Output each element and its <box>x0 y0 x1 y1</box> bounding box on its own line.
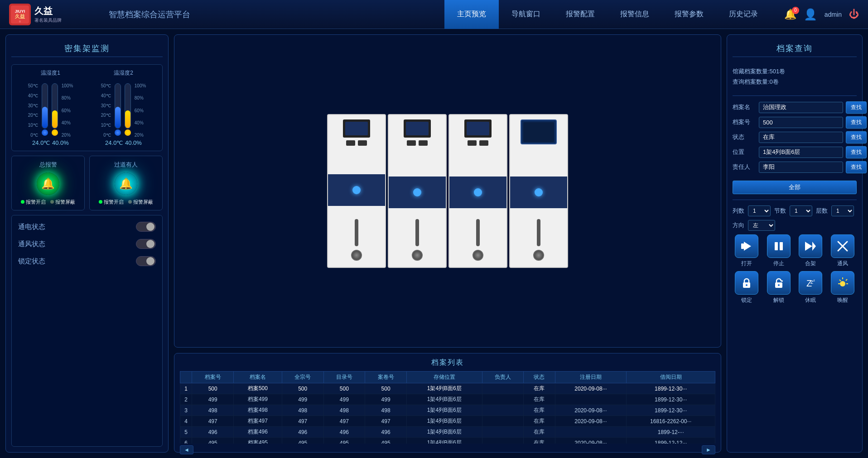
action-label-open: 打开 <box>741 260 752 267</box>
action-btn-open[interactable]: 打开 <box>733 234 761 267</box>
svg-point-17 <box>778 284 780 286</box>
therm2-temp <box>115 83 121 138</box>
query-row-3: 位置 查找 <box>733 146 857 158</box>
archive-table: 档案号 档案名 全宗号 目录号 案卷号 存储位置 负责人 状态 注册日期 借阅日… <box>180 371 715 444</box>
svg-point-15 <box>746 284 747 286</box>
svg-rect-7 <box>775 242 778 250</box>
table-row[interactable]: 2 499 档案499 499 499 499 1架4列B面6层 在库 1899… <box>180 394 715 405</box>
left-panel: 密集架监测 温湿度1 50℃ 40℃ 30℃ 20℃ 10℃ 0℃ <box>5 34 169 453</box>
cabinet-screen-2 <box>404 119 431 138</box>
table-row[interactable]: 4 497 档案497 497 497 497 1架4列B面6层 在库 2020… <box>180 416 715 427</box>
archive-table-scroll[interactable]: 档案号 档案名 全宗号 目录号 案卷号 存储位置 负责人 状态 注册日期 借阅日… <box>180 371 715 444</box>
temp1-value: 24.0℃ 40.0% <box>32 139 69 146</box>
alarm-passage-title: 过道有人 <box>114 161 138 169</box>
temp2-scale: 50℃ 40℃ 30℃ 20℃ 10℃ 0℃ <box>101 83 111 138</box>
right-panel-title: 档案查询 <box>733 40 857 57</box>
action-btn-unlock[interactable]: 解锁 <box>765 271 793 304</box>
nav-item-history[interactable]: 历史记录 <box>716 0 771 29</box>
action-btn-lock[interactable]: 锁定 <box>733 271 761 304</box>
alert-section: 总报警 🔔 报警开启 报警屏蔽 过道有人 🔔 报警开启 报警屏蔽 <box>11 156 163 210</box>
temp-gauge-2: 温湿度2 50℃ 40℃ 30℃ 20℃ 10℃ 0℃ <box>89 69 158 146</box>
direction-label: 方向 <box>733 221 744 229</box>
bell-icon[interactable]: 🔔 0 <box>784 9 796 20</box>
nav-item-home[interactable]: 主页预览 <box>444 0 499 29</box>
cabinet-screen-1 <box>343 119 370 138</box>
cabinet-screen-3 <box>464 119 492 138</box>
alarm-passage-box: 过道有人 🔔 报警开启 报警屏蔽 <box>89 156 163 210</box>
temp-section: 温湿度1 50℃ 40℃ 30℃ 20℃ 10℃ 0℃ <box>11 64 163 151</box>
ventilation-toggle[interactable] <box>136 239 156 249</box>
lock-toggle[interactable] <box>136 256 156 266</box>
main-content: 密集架监测 温湿度1 50℃ 40℃ 30℃ 20℃ 10℃ 0℃ <box>0 29 868 458</box>
svg-text:z: z <box>813 278 815 282</box>
layer-select[interactable]: 12345 <box>831 205 854 216</box>
action-btn-stop[interactable]: 停止 <box>765 234 793 267</box>
logo-area: JIUYI 久益 ® 久益 著名装具品牌 <box>9 4 100 25</box>
humid2-scale: 100% 80% 60% 40% 20% <box>135 83 146 138</box>
action-label-vent: 通风 <box>837 260 848 267</box>
nav-menu: 主页预览 导航窗口 报警配置 报警信息 报警参数 历史记录 <box>444 0 771 29</box>
nav-item-alarm-config[interactable]: 报警配置 <box>553 0 608 29</box>
col-select[interactable]: 1234 <box>748 205 771 216</box>
query-btn-3[interactable]: 查找 <box>846 146 867 158</box>
archive-list-area: 档案列表 档案号 档案名 全宗号 目录号 案卷号 存储位置 负责人 <box>174 353 721 453</box>
query-input-0[interactable] <box>759 102 843 113</box>
action-grid: 打开 停止 合架 通风 锁定 解锁 Zzz 休眠 唤醒 <box>733 234 857 304</box>
query-stats: 馆藏档案数量:501卷 查询档案数量:0卷 <box>733 63 857 90</box>
action-btn-close[interactable]: 合架 <box>796 234 825 267</box>
query-input-3[interactable] <box>759 147 843 158</box>
table-scroll-left[interactable]: ◄ <box>180 445 193 454</box>
therm1-humid <box>52 83 58 138</box>
action-btn-vent[interactable]: 通风 <box>829 234 857 267</box>
table-row[interactable]: 1 500 档案500 500 500 500 1架4列B面6层 在库 2020… <box>180 383 715 394</box>
user-avatar-icon: 👤 <box>804 8 817 21</box>
node-select[interactable]: 123 <box>790 205 812 216</box>
query-input-2[interactable] <box>759 132 843 143</box>
logo-text: 久益 著名装具品牌 <box>34 5 62 24</box>
table-row[interactable]: 6 495 档案495 495 495 495 1架4列B面6层 在库 2020… <box>180 438 715 444</box>
direction-select[interactable]: 左右 <box>748 220 775 231</box>
col-label: 列数 <box>733 207 744 215</box>
cabinet-display <box>521 119 557 144</box>
query-input-4[interactable] <box>759 162 843 173</box>
svg-marker-10 <box>805 242 812 251</box>
query-row-2: 状态 查找 <box>733 131 857 143</box>
power-icon[interactable]: ⏻ <box>849 9 859 20</box>
table-row[interactable]: 3 498 档案498 498 498 498 1架4列B面6层 在库 2020… <box>180 405 715 416</box>
action-icon-close <box>799 234 822 258</box>
temp2-value: 24.0℃ 40.0% <box>105 139 142 146</box>
action-btn-wake[interactable]: 唤醒 <box>829 271 857 304</box>
power-label: 通电状态 <box>18 223 45 231</box>
action-icon-sleep: Zzz <box>799 271 822 295</box>
center-panel: 档案列表 档案号 档案名 全宗号 目录号 案卷号 存储位置 负责人 <box>174 34 721 453</box>
right-panel: 档案查询 馆藏档案数量:501卷 查询档案数量:0卷 档案名 查找 档案号 查找… <box>727 34 863 453</box>
header: JIUYI 久益 ® 久益 著名装具品牌 智慧档案综合运营平台 主页预览 导航窗… <box>0 0 868 29</box>
query-btn-0[interactable]: 查找 <box>846 101 867 114</box>
table-scroll-right[interactable]: ► <box>702 445 715 454</box>
archive-list-title: 档案列表 <box>180 358 715 367</box>
nav-item-nav[interactable]: 导航窗口 <box>499 0 553 29</box>
lock-label: 锁定状态 <box>18 257 45 266</box>
ventilation-label: 通风状态 <box>18 240 45 248</box>
query-btn-2[interactable]: 查找 <box>846 131 867 143</box>
query-input-1[interactable] <box>759 117 843 128</box>
action-btn-sleep[interactable]: Zzz 休眠 <box>796 271 825 304</box>
svg-point-21 <box>840 281 845 286</box>
therm2-humid <box>125 83 131 138</box>
platform-title: 智慧档案综合运营平台 <box>109 9 190 20</box>
column-control: 列数 1234 节数 123 层数 12345 <box>733 205 857 216</box>
query-stat: 查询档案数量:0卷 <box>733 76 857 87</box>
cabinet-unit-2 <box>388 114 447 268</box>
power-toggle[interactable] <box>136 222 156 232</box>
power-status-row: 通电状态 <box>18 222 156 232</box>
nav-item-alarm-params[interactable]: 报警参数 <box>662 0 716 29</box>
action-icon-open <box>735 234 758 258</box>
table-row[interactable]: 5 496 档案496 496 496 496 1架4列B面6层 在库 1899… <box>180 427 715 438</box>
query-btn-1[interactable]: 查找 <box>846 116 867 129</box>
cabinet-area <box>174 34 721 348</box>
nav-item-alarm-info[interactable]: 报警信息 <box>608 0 662 29</box>
svg-text:JIUYI: JIUYI <box>15 9 25 14</box>
node-label: 节数 <box>774 207 786 215</box>
query-btn-4[interactable]: 查找 <box>846 161 867 173</box>
full-search-button[interactable]: 全部 <box>733 181 857 194</box>
